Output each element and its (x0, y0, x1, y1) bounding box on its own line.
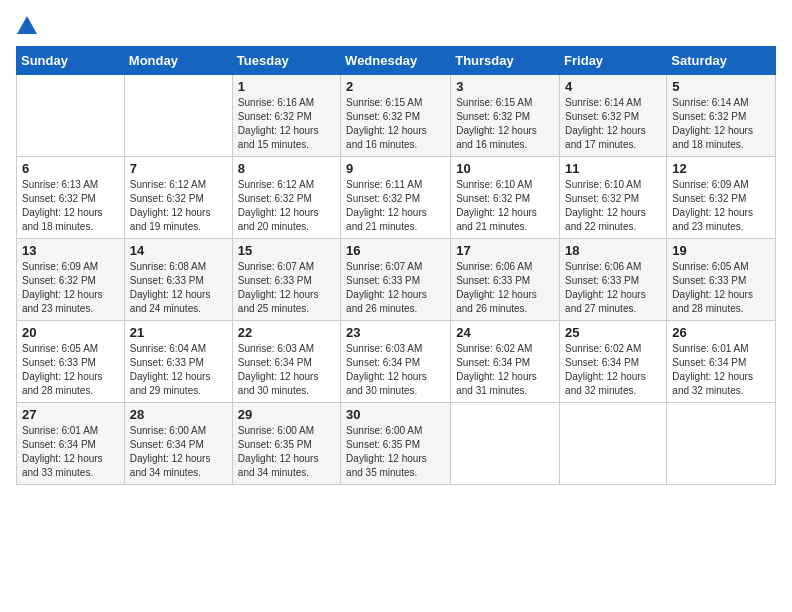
day-info: Sunrise: 6:00 AM Sunset: 6:35 PM Dayligh… (238, 425, 319, 478)
logo-icon (17, 16, 37, 34)
calendar-day-cell (17, 75, 125, 157)
day-number: 3 (456, 79, 554, 94)
calendar-week-row: 20Sunrise: 6:05 AM Sunset: 6:33 PM Dayli… (17, 321, 776, 403)
day-info: Sunrise: 6:06 AM Sunset: 6:33 PM Dayligh… (456, 261, 537, 314)
day-number: 13 (22, 243, 119, 258)
calendar-day-cell: 17Sunrise: 6:06 AM Sunset: 6:33 PM Dayli… (451, 239, 560, 321)
calendar-day-cell: 3Sunrise: 6:15 AM Sunset: 6:32 PM Daylig… (451, 75, 560, 157)
day-number: 18 (565, 243, 661, 258)
day-number: 29 (238, 407, 335, 422)
svg-marker-0 (17, 16, 37, 34)
day-info: Sunrise: 6:03 AM Sunset: 6:34 PM Dayligh… (238, 343, 319, 396)
calendar-day-cell (560, 403, 667, 485)
calendar-day-cell (451, 403, 560, 485)
calendar-header-day: Sunday (17, 47, 125, 75)
calendar-day-cell: 20Sunrise: 6:05 AM Sunset: 6:33 PM Dayli… (17, 321, 125, 403)
day-number: 4 (565, 79, 661, 94)
day-info: Sunrise: 6:14 AM Sunset: 6:32 PM Dayligh… (672, 97, 753, 150)
day-number: 30 (346, 407, 445, 422)
day-number: 22 (238, 325, 335, 340)
calendar-day-cell (667, 403, 776, 485)
day-info: Sunrise: 6:15 AM Sunset: 6:32 PM Dayligh… (346, 97, 427, 150)
day-info: Sunrise: 6:12 AM Sunset: 6:32 PM Dayligh… (130, 179, 211, 232)
calendar-week-row: 6Sunrise: 6:13 AM Sunset: 6:32 PM Daylig… (17, 157, 776, 239)
day-number: 15 (238, 243, 335, 258)
calendar-day-cell: 18Sunrise: 6:06 AM Sunset: 6:33 PM Dayli… (560, 239, 667, 321)
day-info: Sunrise: 6:00 AM Sunset: 6:34 PM Dayligh… (130, 425, 211, 478)
calendar-day-cell: 25Sunrise: 6:02 AM Sunset: 6:34 PM Dayli… (560, 321, 667, 403)
calendar-day-cell: 30Sunrise: 6:00 AM Sunset: 6:35 PM Dayli… (341, 403, 451, 485)
calendar-day-cell: 13Sunrise: 6:09 AM Sunset: 6:32 PM Dayli… (17, 239, 125, 321)
day-info: Sunrise: 6:01 AM Sunset: 6:34 PM Dayligh… (22, 425, 103, 478)
day-number: 25 (565, 325, 661, 340)
calendar-day-cell: 9Sunrise: 6:11 AM Sunset: 6:32 PM Daylig… (341, 157, 451, 239)
calendar-day-cell: 24Sunrise: 6:02 AM Sunset: 6:34 PM Dayli… (451, 321, 560, 403)
day-info: Sunrise: 6:11 AM Sunset: 6:32 PM Dayligh… (346, 179, 427, 232)
calendar-body: 1Sunrise: 6:16 AM Sunset: 6:32 PM Daylig… (17, 75, 776, 485)
day-info: Sunrise: 6:05 AM Sunset: 6:33 PM Dayligh… (672, 261, 753, 314)
day-number: 7 (130, 161, 227, 176)
day-number: 11 (565, 161, 661, 176)
day-number: 9 (346, 161, 445, 176)
day-number: 26 (672, 325, 770, 340)
calendar-day-cell: 23Sunrise: 6:03 AM Sunset: 6:34 PM Dayli… (341, 321, 451, 403)
calendar-header-row: SundayMondayTuesdayWednesdayThursdayFrid… (17, 47, 776, 75)
day-number: 10 (456, 161, 554, 176)
day-info: Sunrise: 6:16 AM Sunset: 6:32 PM Dayligh… (238, 97, 319, 150)
day-number: 17 (456, 243, 554, 258)
calendar-day-cell (124, 75, 232, 157)
calendar-header-day: Saturday (667, 47, 776, 75)
calendar-day-cell: 22Sunrise: 6:03 AM Sunset: 6:34 PM Dayli… (232, 321, 340, 403)
day-number: 6 (22, 161, 119, 176)
calendar-day-cell: 11Sunrise: 6:10 AM Sunset: 6:32 PM Dayli… (560, 157, 667, 239)
day-number: 21 (130, 325, 227, 340)
day-number: 24 (456, 325, 554, 340)
day-info: Sunrise: 6:04 AM Sunset: 6:33 PM Dayligh… (130, 343, 211, 396)
day-info: Sunrise: 6:01 AM Sunset: 6:34 PM Dayligh… (672, 343, 753, 396)
day-number: 14 (130, 243, 227, 258)
day-number: 28 (130, 407, 227, 422)
day-number: 12 (672, 161, 770, 176)
calendar-day-cell: 28Sunrise: 6:00 AM Sunset: 6:34 PM Dayli… (124, 403, 232, 485)
calendar-day-cell: 29Sunrise: 6:00 AM Sunset: 6:35 PM Dayli… (232, 403, 340, 485)
day-info: Sunrise: 6:12 AM Sunset: 6:32 PM Dayligh… (238, 179, 319, 232)
logo (16, 16, 37, 34)
day-number: 23 (346, 325, 445, 340)
calendar-day-cell: 12Sunrise: 6:09 AM Sunset: 6:32 PM Dayli… (667, 157, 776, 239)
calendar-day-cell: 27Sunrise: 6:01 AM Sunset: 6:34 PM Dayli… (17, 403, 125, 485)
day-info: Sunrise: 6:03 AM Sunset: 6:34 PM Dayligh… (346, 343, 427, 396)
calendar-day-cell: 5Sunrise: 6:14 AM Sunset: 6:32 PM Daylig… (667, 75, 776, 157)
day-info: Sunrise: 6:15 AM Sunset: 6:32 PM Dayligh… (456, 97, 537, 150)
day-info: Sunrise: 6:13 AM Sunset: 6:32 PM Dayligh… (22, 179, 103, 232)
calendar-header-day: Thursday (451, 47, 560, 75)
day-number: 1 (238, 79, 335, 94)
day-info: Sunrise: 6:02 AM Sunset: 6:34 PM Dayligh… (565, 343, 646, 396)
calendar-day-cell: 21Sunrise: 6:04 AM Sunset: 6:33 PM Dayli… (124, 321, 232, 403)
calendar-day-cell: 8Sunrise: 6:12 AM Sunset: 6:32 PM Daylig… (232, 157, 340, 239)
day-info: Sunrise: 6:09 AM Sunset: 6:32 PM Dayligh… (672, 179, 753, 232)
calendar-day-cell: 7Sunrise: 6:12 AM Sunset: 6:32 PM Daylig… (124, 157, 232, 239)
calendar-header-day: Monday (124, 47, 232, 75)
day-number: 20 (22, 325, 119, 340)
calendar-header-day: Wednesday (341, 47, 451, 75)
calendar-day-cell: 4Sunrise: 6:14 AM Sunset: 6:32 PM Daylig… (560, 75, 667, 157)
day-number: 27 (22, 407, 119, 422)
day-info: Sunrise: 6:05 AM Sunset: 6:33 PM Dayligh… (22, 343, 103, 396)
day-info: Sunrise: 6:06 AM Sunset: 6:33 PM Dayligh… (565, 261, 646, 314)
day-info: Sunrise: 6:14 AM Sunset: 6:32 PM Dayligh… (565, 97, 646, 150)
calendar-day-cell: 26Sunrise: 6:01 AM Sunset: 6:34 PM Dayli… (667, 321, 776, 403)
day-number: 19 (672, 243, 770, 258)
day-info: Sunrise: 6:08 AM Sunset: 6:33 PM Dayligh… (130, 261, 211, 314)
day-number: 5 (672, 79, 770, 94)
calendar-header-day: Friday (560, 47, 667, 75)
calendar-day-cell: 10Sunrise: 6:10 AM Sunset: 6:32 PM Dayli… (451, 157, 560, 239)
calendar-day-cell: 6Sunrise: 6:13 AM Sunset: 6:32 PM Daylig… (17, 157, 125, 239)
day-info: Sunrise: 6:00 AM Sunset: 6:35 PM Dayligh… (346, 425, 427, 478)
day-number: 16 (346, 243, 445, 258)
calendar-day-cell: 15Sunrise: 6:07 AM Sunset: 6:33 PM Dayli… (232, 239, 340, 321)
calendar-day-cell: 1Sunrise: 6:16 AM Sunset: 6:32 PM Daylig… (232, 75, 340, 157)
day-number: 8 (238, 161, 335, 176)
calendar-day-cell: 16Sunrise: 6:07 AM Sunset: 6:33 PM Dayli… (341, 239, 451, 321)
calendar-table: SundayMondayTuesdayWednesdayThursdayFrid… (16, 46, 776, 485)
calendar-day-cell: 2Sunrise: 6:15 AM Sunset: 6:32 PM Daylig… (341, 75, 451, 157)
